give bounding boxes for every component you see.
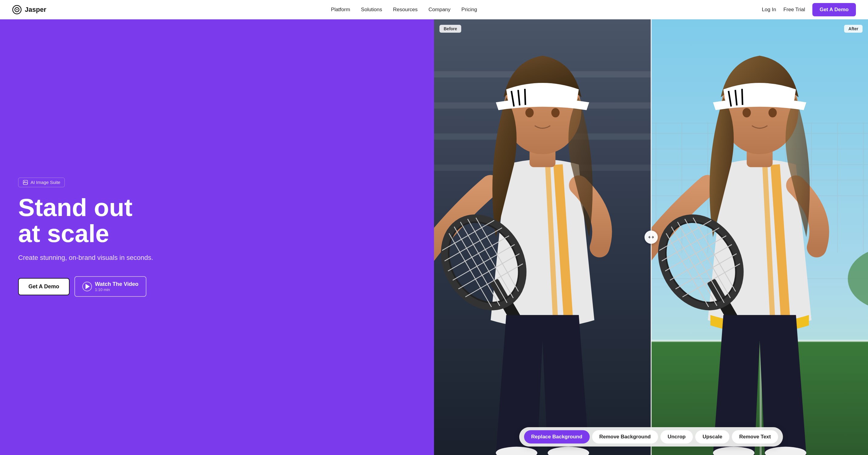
replace-background-button[interactable]: Replace Background [524,430,589,444]
video-duration: 1:10 min [95,287,138,292]
logo[interactable]: Jasper [12,5,46,14]
svg-point-64 [768,108,776,117]
hero-subtitle: Create stunning, on-brand visuals in sec… [18,254,416,262]
nav-actions: Log In Free Trial Get A Demo [762,3,856,16]
hero-left-panel: AI Image Suite Stand out at scale Create… [0,19,434,455]
video-button-text: Watch The Video 1:10 min [95,281,138,292]
image-compare[interactable]: Before After Replace Background Remove B… [434,19,868,455]
svg-point-63 [743,108,751,117]
nav-company[interactable]: Company [429,7,451,12]
nav-resources[interactable]: Resources [393,7,418,12]
ai-image-icon [23,180,28,185]
watch-video-button[interactable]: Watch The Video 1:10 min [74,276,146,297]
play-icon [82,282,92,291]
nav-solutions[interactable]: Solutions [361,7,382,12]
before-image [434,19,651,455]
svg-point-14 [551,108,559,117]
hero-title-line1: Stand out [18,193,132,221]
image-toolbar: Replace Background Remove Background Unc… [519,427,783,447]
logo-icon [12,5,22,14]
after-scene [651,19,868,455]
svg-point-2 [16,9,18,10]
nav-platform[interactable]: Platform [331,7,350,12]
remove-background-button[interactable]: Remove Background [592,430,658,444]
ai-badge: AI Image Suite [18,178,65,187]
navbar: Jasper Platform Solutions Resources Comp… [0,0,868,19]
remove-text-button[interactable]: Remove Text [732,430,778,444]
nav-pricing[interactable]: Pricing [462,7,477,12]
login-link[interactable]: Log In [762,7,776,13]
free-trial-link[interactable]: Free Trial [783,7,805,13]
compare-arrows-icon [648,234,654,240]
video-label: Watch The Video [95,281,138,287]
hero-right-panel: Before After Replace Background Remove B… [434,19,868,455]
get-demo-nav-button[interactable]: Get A Demo [812,3,856,16]
svg-marker-5 [85,284,90,289]
hero-cta-group: Get A Demo Watch The Video 1:10 min [18,276,416,297]
logo-text: Jasper [25,6,46,13]
before-label: Before [439,25,461,33]
after-image [651,19,868,455]
nav-links: Platform Solutions Resources Company Pri… [331,7,477,13]
get-demo-hero-button[interactable]: Get A Demo [18,278,69,295]
svg-point-13 [525,108,533,117]
hero-title: Stand out at scale [18,194,416,247]
hero-section: AI Image Suite Stand out at scale Create… [0,0,868,455]
before-scene [434,19,651,455]
compare-handle[interactable] [645,231,658,244]
upscale-button[interactable]: Upscale [695,430,730,444]
ai-badge-label: AI Image Suite [31,180,60,185]
hero-title-line2: at scale [18,220,109,247]
uncrop-button[interactable]: Uncrop [660,430,693,444]
play-triangle [83,282,91,291]
after-label: After [844,25,863,33]
svg-point-4 [24,181,25,182]
